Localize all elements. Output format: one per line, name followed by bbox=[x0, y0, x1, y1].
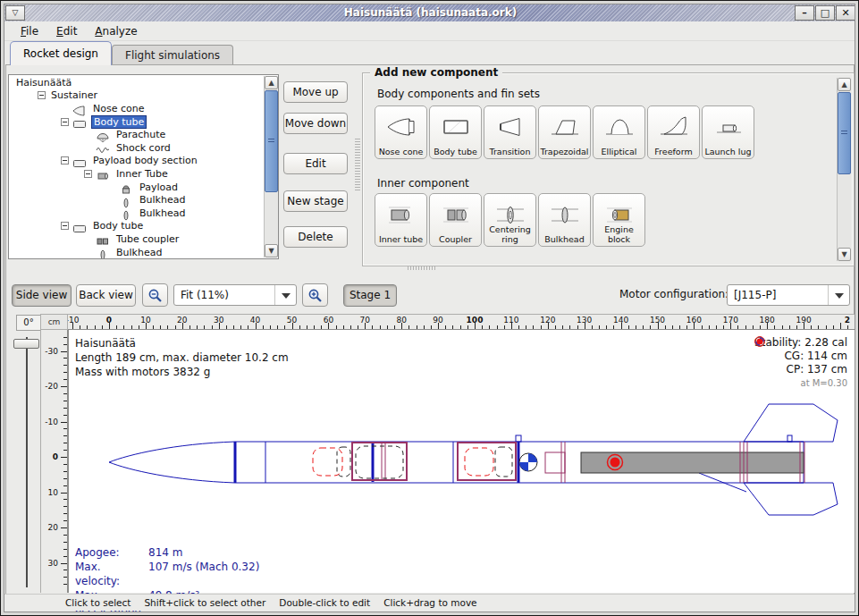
new-stage-button[interactable]: New stage bbox=[283, 190, 348, 212]
tree-item-body-tube-11[interactable]: Body tube bbox=[9, 220, 263, 233]
add-centering-ring-button[interactable]: Centering ring bbox=[484, 193, 536, 247]
add-elliptical-button[interactable]: Elliptical bbox=[593, 105, 645, 159]
add-bulkhead-button[interactable]: Bulkhead bbox=[538, 193, 591, 247]
ruler-label: 150 bbox=[650, 316, 665, 325]
ruler-tick bbox=[80, 325, 80, 329]
ruler-tick bbox=[63, 478, 67, 479]
tree-item-shock-cord-5[interactable]: Shock cord bbox=[9, 141, 263, 155]
ruler-tick bbox=[431, 325, 432, 329]
zoom-in-button[interactable] bbox=[302, 283, 328, 307]
scroll-down-button[interactable]: ▼ bbox=[265, 244, 278, 257]
menu-analyze[interactable]: Analyze bbox=[86, 23, 146, 39]
tree-item-label: Haisunäätä bbox=[14, 77, 73, 89]
magnifier-minus-icon bbox=[147, 288, 163, 303]
tab-rocket-design[interactable]: Rocket design bbox=[10, 41, 112, 65]
add-freeform-button[interactable]: Freeform bbox=[647, 105, 700, 159]
rotation-slider-track[interactable] bbox=[26, 337, 28, 587]
rocket-canvas[interactable]: Haisunäätä Length 189 cm, max. diameter … bbox=[68, 330, 855, 593]
move-up-button[interactable]: Move up bbox=[283, 81, 348, 103]
hint-click-drag-to-move: Click+drag to move bbox=[383, 597, 476, 608]
tree-item-nose-cone-2[interactable]: Nose cone bbox=[9, 102, 263, 115]
scroll-up-button[interactable]: ▲ bbox=[265, 76, 278, 89]
ruler-tick bbox=[394, 325, 395, 329]
zoom-level-select[interactable]: Fit (11%) bbox=[173, 284, 297, 306]
tree-item-bulkhead-9[interactable]: Bulkhead bbox=[9, 193, 263, 207]
scroll-up-button[interactable]: ▲ bbox=[838, 78, 851, 91]
vertical-splitter-handle[interactable] bbox=[355, 139, 360, 192]
ruler-tick bbox=[63, 435, 67, 436]
titlebar[interactable]: ▽ Haisunäätä (haisunaata.ork) – □ ✕ bbox=[4, 4, 855, 21]
hint-shift-click-to-select-other: Shift+click to select other bbox=[144, 597, 265, 608]
menu-file[interactable]: File bbox=[12, 23, 47, 39]
component-button-label: Inner tube bbox=[376, 235, 425, 245]
edit-button[interactable]: Edit bbox=[283, 153, 348, 174]
add-engine-block-button[interactable]: Engine block bbox=[593, 193, 645, 247]
dropdown-area[interactable] bbox=[274, 285, 296, 305]
tree-expander-icon[interactable] bbox=[61, 222, 69, 230]
ruler-tick bbox=[665, 325, 666, 329]
tree-item-payload-body-section-6[interactable]: Payload body section bbox=[9, 155, 263, 168]
ruler-tick bbox=[102, 325, 103, 329]
maximize-button[interactable]: □ bbox=[815, 5, 835, 21]
ruler-tick bbox=[63, 584, 67, 585]
coupler-icon bbox=[96, 233, 112, 244]
tree-scrollbar[interactable]: ▲ ▼ bbox=[264, 76, 278, 257]
tree-item-inner-tube-7[interactable]: Inner Tube bbox=[9, 167, 263, 181]
tree-item-sustainer-1[interactable]: Sustainer bbox=[9, 89, 263, 103]
close-button[interactable]: ✕ bbox=[836, 5, 855, 21]
dropdown-area[interactable] bbox=[828, 285, 849, 305]
tree-item-bulkhead-13[interactable]: Bulkhead bbox=[9, 246, 263, 259]
rocket-mass: Mass with motors 3832 g bbox=[75, 365, 289, 379]
minimize-button[interactable]: – bbox=[795, 5, 814, 21]
tree-expander-icon[interactable] bbox=[61, 156, 69, 165]
tabbar: Rocket design Flight simulations bbox=[4, 41, 855, 65]
component-panel-scrollbar[interactable]: ▲ ▼ bbox=[837, 78, 851, 261]
ruler-tick bbox=[489, 325, 490, 329]
zoom-out-button[interactable] bbox=[142, 283, 168, 307]
ruler-tick bbox=[745, 325, 746, 329]
add-coupler-button[interactable]: Coupler bbox=[429, 193, 482, 247]
ruler-tick bbox=[723, 325, 724, 329]
scroll-down-button[interactable]: ▼ bbox=[838, 248, 851, 261]
ruler-tick bbox=[63, 365, 67, 366]
add-transition-button[interactable]: Transition bbox=[484, 105, 536, 159]
motor-configuration-select[interactable]: [J115-P] bbox=[727, 284, 850, 306]
rotation-slider-handle[interactable] bbox=[13, 339, 39, 349]
tree-item-label: Payload bbox=[138, 181, 180, 193]
add-body-tube-button[interactable]: Body tube bbox=[429, 105, 482, 159]
tree-item-tube-coupler-12[interactable]: Tube coupler bbox=[9, 232, 263, 246]
tree-expander-icon[interactable] bbox=[38, 91, 46, 99]
tree-item-parachute-4[interactable]: Parachute bbox=[9, 128, 263, 141]
ruler-tick bbox=[63, 393, 67, 394]
ruler-label: 70 bbox=[360, 316, 370, 325]
add-nose-cone-button[interactable]: Nose cone bbox=[375, 105, 427, 159]
ruler-tick bbox=[847, 325, 848, 329]
ruler-tick bbox=[716, 325, 717, 329]
add-launch-lug-button[interactable]: Launch lug bbox=[702, 105, 754, 159]
tree-item-haisun-t-0[interactable]: Haisunäätä bbox=[9, 76, 263, 89]
stage-1-toggle[interactable]: Stage 1 bbox=[343, 284, 397, 307]
ruler-tick bbox=[350, 325, 351, 329]
tree-scrollbar-thumb[interactable] bbox=[265, 90, 278, 192]
add-trapezoidal-button[interactable]: Trapezoidal bbox=[538, 105, 591, 159]
ruler-tick bbox=[63, 513, 67, 514]
tree-expander-icon[interactable] bbox=[84, 170, 92, 178]
ruler-tick bbox=[408, 325, 409, 329]
ruler-tick bbox=[299, 325, 300, 329]
component-scrollbar-thumb[interactable] bbox=[838, 92, 851, 174]
move-down-button[interactable]: Move down bbox=[283, 113, 348, 134]
tree-expander-icon[interactable] bbox=[61, 118, 69, 126]
delete-button[interactable]: Delete bbox=[283, 226, 348, 248]
tree-item-payload-8[interactable]: Payload bbox=[9, 181, 263, 194]
add-inner-tube-button[interactable]: Inner tube bbox=[375, 193, 427, 247]
ruler-tick bbox=[61, 527, 67, 528]
tree-item-bulkhead-10[interactable]: Bulkhead bbox=[9, 207, 263, 220]
tree-item-body-tube-3[interactable]: Body tube bbox=[9, 115, 263, 129]
ruler-tick bbox=[95, 325, 96, 329]
menu-edit[interactable]: Edit bbox=[47, 23, 86, 39]
stability-info: Stability: 2.28 cal CG: 114 cm CP: 137 c… bbox=[754, 336, 847, 390]
side-view-button[interactable]: Side view bbox=[12, 284, 72, 307]
hint-bar: Click to selectShift+click to select oth… bbox=[4, 594, 855, 611]
back-view-button[interactable]: Back view bbox=[76, 284, 136, 307]
tab-flight-simulations[interactable]: Flight simulations bbox=[112, 45, 233, 65]
